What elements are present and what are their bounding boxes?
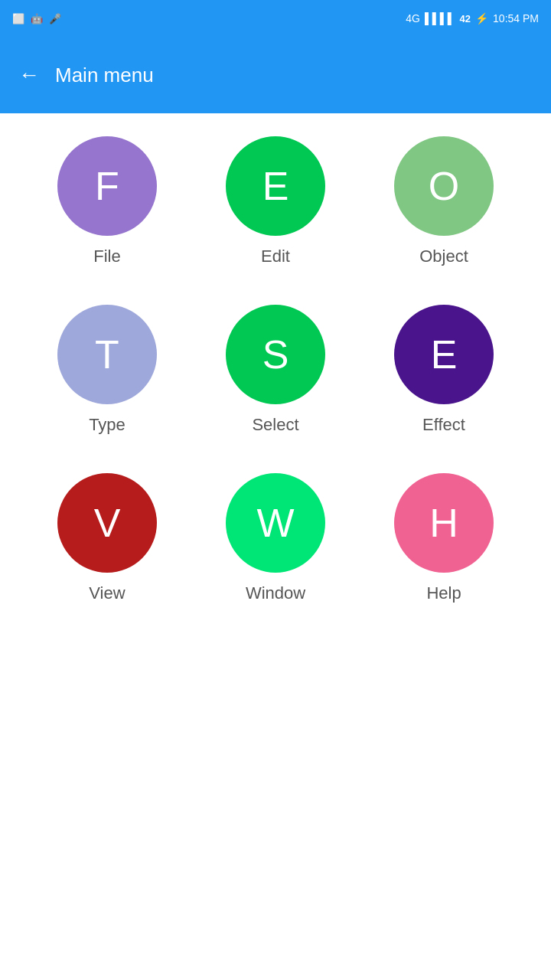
edit-circle: E — [226, 136, 325, 236]
window-label: Window — [246, 583, 305, 603]
app-bar: ← Main menu — [0, 37, 551, 113]
menu-item-file[interactable]: F File — [31, 136, 184, 266]
charging-icon: ⚡ — [475, 12, 488, 24]
menu-item-type[interactable]: T Type — [31, 305, 184, 435]
window-circle: W — [226, 473, 325, 573]
file-label: File — [93, 247, 120, 266]
signal-icon: ▌▌▌▌ — [425, 12, 455, 24]
status-right: 4G ▌▌▌▌ 42 ⚡ 10:54 PM — [406, 12, 539, 24]
object-circle: O — [394, 136, 494, 236]
time-label: 10:54 PM — [493, 12, 539, 24]
view-circle: V — [57, 473, 157, 573]
main-content: F File E Edit O Object T Type S — [0, 113, 551, 634]
file-circle: F — [57, 136, 157, 236]
help-letter: H — [429, 500, 458, 546]
type-circle: T — [57, 305, 157, 404]
view-label: View — [89, 583, 125, 603]
status-icons: ⬜ 🤖 🎤 — [12, 13, 61, 24]
page-title: Main menu — [55, 64, 154, 87]
select-circle: S — [226, 305, 325, 404]
view-letter: V — [94, 500, 121, 546]
menu-item-view[interactable]: V View — [31, 473, 184, 603]
battery-label: 42 — [460, 13, 471, 24]
object-label: Object — [419, 247, 468, 266]
window-letter: W — [256, 500, 294, 546]
object-letter: O — [429, 163, 459, 209]
edit-label: Edit — [261, 247, 290, 266]
effect-letter: E — [431, 332, 458, 377]
menu-item-help[interactable]: H Help — [367, 473, 520, 603]
back-button[interactable]: ← — [18, 64, 40, 86]
edit-letter: E — [262, 163, 289, 209]
mic-off-icon: 🎤 — [49, 13, 61, 24]
screen-icon: ⬜ — [12, 13, 24, 24]
menu-item-edit[interactable]: E Edit — [199, 136, 352, 266]
menu-item-select[interactable]: S Select — [199, 305, 352, 435]
menu-item-object[interactable]: O Object — [367, 136, 520, 266]
type-letter: T — [95, 332, 119, 377]
type-label: Type — [89, 415, 126, 435]
android-icon: 🤖 — [31, 13, 43, 24]
status-bar: ⬜ 🤖 🎤 4G ▌▌▌▌ 42 ⚡ 10:54 PM — [0, 0, 551, 37]
select-letter: S — [262, 332, 289, 377]
file-letter: F — [95, 163, 119, 209]
menu-item-effect[interactable]: E Effect — [367, 305, 520, 435]
menu-grid: F File E Edit O Object T Type S — [31, 136, 520, 603]
help-label: Help — [426, 583, 461, 603]
help-circle: H — [394, 473, 494, 573]
effect-label: Effect — [422, 415, 465, 435]
menu-item-window[interactable]: W Window — [199, 473, 352, 603]
effect-circle: E — [394, 305, 494, 404]
network-label: 4G — [406, 12, 420, 24]
select-label: Select — [252, 415, 298, 435]
